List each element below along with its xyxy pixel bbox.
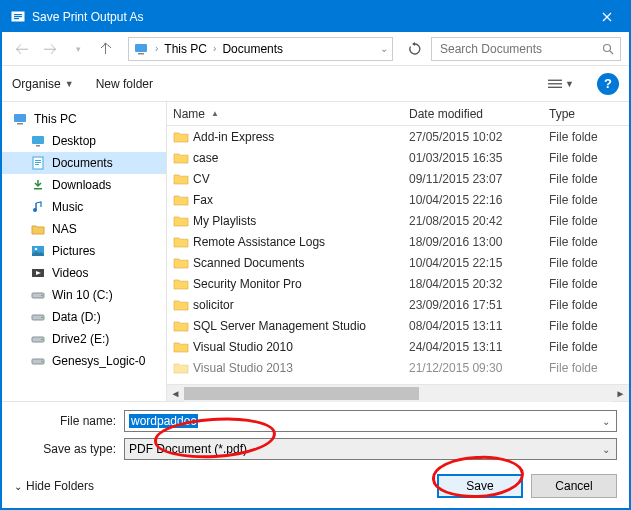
tree-label: Music	[52, 200, 83, 214]
file-type: File folde	[549, 340, 629, 354]
svg-rect-3	[14, 18, 19, 19]
tree-item[interactable]: Desktop	[2, 130, 166, 152]
pictures-icon	[30, 243, 46, 259]
tree-item[interactable]: Music	[2, 196, 166, 218]
new-folder-label: New folder	[96, 77, 153, 91]
help-button[interactable]: ?	[597, 73, 619, 95]
saveastype-value: PDF Document (*.pdf)	[129, 442, 247, 456]
chevron-right-icon: ›	[155, 43, 158, 54]
file-list[interactable]: Add-in Express27/05/2015 10:02File folde…	[167, 126, 629, 384]
saveastype-label: Save as type:	[14, 442, 124, 456]
recent-dropdown[interactable]: ▾	[66, 37, 90, 61]
folder-icon	[171, 172, 191, 186]
chevron-down-icon[interactable]: ⌄	[600, 416, 612, 427]
col-name-label[interactable]: Name	[173, 107, 205, 121]
file-type: File folde	[549, 193, 629, 207]
file-name: case	[191, 151, 409, 165]
file-date: 09/11/2015 23:07	[409, 172, 549, 186]
forward-button[interactable]: 🡢	[38, 37, 62, 61]
table-row[interactable]: solicitor23/09/2016 17:51File folde	[167, 294, 629, 315]
chevron-down-icon[interactable]: ⌄	[600, 444, 612, 455]
table-row[interactable]: SQL Server Management Studio08/04/2015 1…	[167, 315, 629, 336]
svg-rect-16	[35, 160, 41, 161]
tree-label: NAS	[52, 222, 77, 236]
svg-point-20	[33, 208, 37, 212]
column-header[interactable]: Name ▲ Date modified Type	[167, 102, 629, 126]
cancel-button[interactable]: Cancel	[531, 474, 617, 498]
close-button[interactable]	[584, 2, 629, 32]
file-type: File folde	[549, 256, 629, 270]
file-date: 21/08/2015 20:42	[409, 214, 549, 228]
new-folder-button[interactable]: New folder	[96, 77, 153, 91]
tree-item[interactable]: Pictures	[2, 240, 166, 262]
up-button[interactable]: 🡡	[94, 37, 118, 61]
file-date: 10/04/2015 22:16	[409, 193, 549, 207]
saveastype-field[interactable]: PDF Document (*.pdf) ⌄	[124, 438, 617, 460]
tree-item[interactable]: Documents	[2, 152, 166, 174]
table-row[interactable]: Scanned Documents10/04/2015 22:15File fo…	[167, 252, 629, 273]
back-button[interactable]: 🡠	[10, 37, 34, 61]
scroll-right-button[interactable]: ►	[612, 385, 629, 402]
nav-tree[interactable]: This PC DesktopDocumentsDownloadsMusicNA…	[2, 102, 167, 401]
drive-icon	[30, 309, 46, 325]
hide-folders-button[interactable]: ⌄ Hide Folders	[14, 479, 94, 493]
table-row[interactable]: Remote Assistance Logs18/09/2016 13:00Fi…	[167, 231, 629, 252]
tree-item[interactable]: Downloads	[2, 174, 166, 196]
folder-icon	[171, 256, 191, 270]
file-date: 18/09/2016 13:00	[409, 235, 549, 249]
file-name: Remote Assistance Logs	[191, 235, 409, 249]
tree-item[interactable]: Data (D:)	[2, 306, 166, 328]
tree-item[interactable]: Drive2 (E:)	[2, 328, 166, 350]
horizontal-scrollbar[interactable]: ◄ ►	[167, 384, 629, 401]
organise-menu[interactable]: Organise ▼	[12, 77, 74, 91]
tree-item[interactable]: Videos	[2, 262, 166, 284]
scroll-track[interactable]	[184, 385, 612, 402]
table-row[interactable]: Visual Studio 201024/04/2015 13:11File f…	[167, 336, 629, 357]
tree-label: Win 10 (C:)	[52, 288, 113, 302]
tree-item[interactable]: Win 10 (C:)	[2, 284, 166, 306]
scroll-left-button[interactable]: ◄	[167, 385, 184, 402]
tree-root-thispc[interactable]: This PC	[2, 108, 166, 130]
search-field[interactable]	[438, 41, 602, 57]
file-type: File folde	[549, 214, 629, 228]
table-row[interactable]: Security Monitor Pro18/04/2015 20:32File…	[167, 273, 629, 294]
refresh-button[interactable]	[403, 37, 427, 61]
folder-icon	[171, 214, 191, 228]
table-row[interactable]: Visual Studio 201321/12/2015 09:30File f…	[167, 357, 629, 378]
table-row[interactable]: CV09/11/2015 23:07File folde	[167, 168, 629, 189]
file-type: File folde	[549, 151, 629, 165]
breadcrumb[interactable]: › This PC› Documents ⌄	[128, 37, 393, 61]
filename-field[interactable]: wordpaddoc ⌄	[124, 410, 617, 432]
table-row[interactable]: case01/03/2015 16:35File folde	[167, 147, 629, 168]
breadcrumb-seg[interactable]: Documents	[222, 42, 283, 56]
tree-item[interactable]: Genesys_Logic-0	[2, 350, 166, 372]
folder-icon	[171, 319, 191, 333]
svg-point-31	[41, 361, 43, 363]
table-row[interactable]: My Playlists21/08/2015 20:42File folde	[167, 210, 629, 231]
table-row[interactable]: Add-in Express27/05/2015 10:02File folde	[167, 126, 629, 147]
view-menu[interactable]: ▼	[547, 73, 575, 95]
folder-icon	[171, 151, 191, 165]
pc-icon	[133, 41, 149, 57]
file-date: 01/03/2015 16:35	[409, 151, 549, 165]
hide-folders-label: Hide Folders	[26, 479, 94, 493]
breadcrumb-seg[interactable]: This PC	[164, 42, 207, 56]
file-type: File folde	[549, 130, 629, 144]
chevron-down-icon[interactable]: ⌄	[380, 43, 388, 54]
search-input[interactable]	[431, 37, 621, 61]
col-type-label[interactable]: Type	[549, 107, 575, 121]
svg-rect-19	[34, 188, 42, 190]
save-button[interactable]: Save	[437, 474, 523, 498]
chevron-down-icon: ▼	[65, 79, 74, 89]
tree-item[interactable]: NAS	[2, 218, 166, 240]
svg-point-6	[604, 44, 611, 51]
table-row[interactable]: Fax10/04/2015 22:16File folde	[167, 189, 629, 210]
file-name: Visual Studio 2010	[191, 340, 409, 354]
col-date-label[interactable]: Date modified	[409, 107, 483, 121]
downloads-icon	[30, 177, 46, 193]
tree-label: Pictures	[52, 244, 95, 258]
filename-value[interactable]: wordpaddoc	[129, 414, 198, 428]
file-date: 18/04/2015 20:32	[409, 277, 549, 291]
chevron-down-icon: ▼	[565, 79, 574, 89]
scroll-thumb[interactable]	[184, 387, 419, 400]
